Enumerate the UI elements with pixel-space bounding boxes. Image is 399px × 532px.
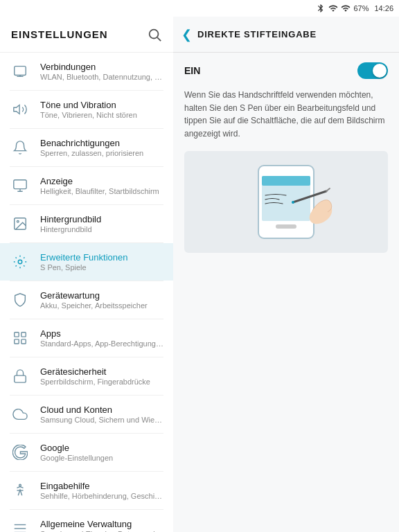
illustration-container	[184, 151, 388, 253]
hintergrundbild-subtitle: Hintergrundbild	[40, 225, 163, 233]
apps-icon	[10, 328, 30, 348]
anzeige-icon	[10, 175, 30, 196]
svg-rect-10	[15, 339, 19, 344]
gerätewartung-title: Gerätewartung	[40, 290, 163, 301]
svg-point-24	[292, 201, 294, 204]
gerätesicherheit-subtitle: Sperrbildschirm, Fingerabdrücke	[40, 378, 163, 386]
hintergrundbild-icon	[10, 213, 30, 234]
sidebar-item-allgemeine-verwaltung[interactable]: Allgemeine Verwaltung Sprache und Eingab…	[0, 510, 173, 532]
sidebar-item-cloud[interactable]: Cloud und Konten Samsung Cloud, Sichern …	[0, 396, 173, 433]
sidebar-title: EINSTELLUNGEN	[11, 28, 108, 40]
cloud-icon	[10, 404, 30, 425]
anzeige-subtitle: Helligkeit, Blaufilter, Startbildschirm	[40, 187, 163, 195]
svg-rect-9	[21, 332, 26, 337]
gerätewartung-icon	[10, 290, 30, 310]
wifi-icon	[328, 3, 338, 13]
bluetooth-icon	[316, 3, 326, 13]
sidebar-item-hintergrundbild[interactable]: Hintergrundbild Hintergrundbild	[0, 205, 173, 242]
svg-rect-11	[21, 339, 26, 344]
eingabehilfe-title: Eingabehilfe	[40, 481, 163, 491]
svg-point-0	[150, 29, 159, 38]
allgemeine-verwaltung-title: Allgemeine Verwaltung	[40, 519, 163, 529]
right-panel: ❮ DIREKTE STIFTEINGABE EIN Wenn Sie das …	[173, 17, 399, 532]
battery-text: 67%	[353, 4, 369, 12]
google-title: Google	[40, 443, 163, 453]
svg-point-6	[17, 220, 19, 222]
sidebar-item-eingabehilfe[interactable]: Eingabehilfe Sehhilfe, Hörbehinderung, G…	[0, 472, 173, 509]
right-panel-header: ❮ DIREKTE STIFTEINGABE	[173, 17, 399, 53]
sidebar-item-anzeige[interactable]: Anzeige Helligkeit, Blaufilter, Startbil…	[0, 167, 173, 204]
svg-line-23	[326, 188, 330, 191]
description-text: Wenn Sie das Handschriftfeld verwenden m…	[184, 89, 388, 140]
toene-title: Töne und Vibration	[40, 100, 163, 110]
sidebar-item-erweiterte-funktionen[interactable]: Erweiterte Funktionen S Pen, Spiele	[0, 243, 173, 281]
back-icon[interactable]: ❮	[181, 27, 192, 42]
svg-rect-20	[276, 224, 296, 229]
toggle-switch[interactable]	[357, 62, 388, 79]
toggle-label: EIN	[184, 65, 200, 76]
svg-rect-19	[262, 176, 310, 186]
sidebar-item-verbindungen[interactable]: Verbindungen WLAN, Bluetooth, Datennutzu…	[0, 53, 173, 90]
search-icon[interactable]	[147, 27, 162, 42]
svg-line-1	[157, 37, 161, 41]
toene-icon	[10, 99, 30, 120]
svg-rect-12	[15, 375, 26, 382]
phone-illustration	[224, 162, 348, 242]
status-bar: 67% 14:26	[0, 0, 399, 17]
hintergrundbild-title: Hintergrundbild	[40, 214, 163, 224]
right-panel-title: DIREKTE STIFTEINGABE	[197, 29, 317, 39]
cloud-title: Cloud und Konten	[40, 405, 163, 415]
allgemeine-verwaltung-icon	[10, 518, 30, 532]
main-layout: EINSTELLUNGEN Verbindungen WLAN, Bluetoo…	[0, 17, 399, 532]
sidebar-item-gerätesicherheit[interactable]: Gerätesicherheit Sperrbildschirm, Finger…	[0, 357, 173, 395]
verbindungen-title: Verbindungen	[40, 62, 163, 72]
sidebar-item-toene[interactable]: Töne und Vibration Töne, Vibrieren, Nich…	[0, 91, 173, 128]
google-icon	[10, 442, 30, 463]
cloud-subtitle: Samsung Cloud, Sichern und Wiederher...	[40, 416, 163, 424]
svg-rect-4	[14, 180, 26, 189]
sidebar-item-apps[interactable]: Apps Standard-Apps, App-Berechtigungen	[0, 319, 173, 357]
svg-rect-8	[15, 332, 19, 337]
signal-icon	[341, 3, 351, 13]
verbindungen-subtitle: WLAN, Bluetooth, Datennutzung, Offline..…	[40, 73, 163, 81]
apps-subtitle: Standard-Apps, App-Berechtigungen	[40, 339, 163, 348]
svg-point-7	[18, 260, 22, 264]
svg-rect-2	[15, 66, 26, 76]
svg-marker-3	[14, 105, 19, 114]
sidebar-list: Verbindungen WLAN, Bluetooth, Datennutzu…	[0, 53, 173, 532]
toene-subtitle: Töne, Vibrieren, Nicht stören	[40, 111, 163, 119]
toggle-row: EIN	[184, 62, 388, 79]
time-text: 14:26	[374, 4, 393, 12]
google-subtitle: Google-Einstellungen	[40, 454, 163, 462]
sidebar-item-google[interactable]: Google Google-Einstellungen	[0, 434, 173, 471]
erweiterte-funktionen-subtitle: S Pen, Spiele	[40, 263, 163, 272]
gerätesicherheit-icon	[10, 366, 30, 387]
erweiterte-funktionen-title: Erweiterte Funktionen	[40, 252, 163, 263]
benachrichtigungen-title: Benachrichtigungen	[40, 138, 163, 148]
status-icons: 67% 14:26	[316, 3, 393, 13]
anzeige-title: Anzeige	[40, 176, 163, 186]
verbindungen-icon	[10, 61, 30, 82]
apps-title: Apps	[40, 328, 163, 339]
svg-point-13	[19, 484, 21, 486]
eingabehilfe-icon	[10, 480, 30, 501]
eingabehilfe-subtitle: Sehhilfe, Hörbehinderung, Geschicklich..…	[40, 492, 163, 500]
gerätewartung-subtitle: Akku, Speicher, Arbeitsspeicher	[40, 301, 163, 310]
sidebar-item-benachrichtigungen[interactable]: Benachrichtigungen Sperren, zulassen, pr…	[0, 129, 173, 166]
benachrichtigungen-subtitle: Sperren, zulassen, priorisieren	[40, 149, 163, 157]
sidebar-item-gerätewartung[interactable]: Gerätewartung Akku, Speicher, Arbeitsspe…	[0, 281, 173, 319]
benachrichtigungen-icon	[10, 137, 30, 158]
sidebar: EINSTELLUNGEN Verbindungen WLAN, Bluetoo…	[0, 17, 173, 532]
sidebar-header: EINSTELLUNGEN	[0, 17, 173, 53]
right-panel-content: EIN Wenn Sie das Handschriftfeld verwend…	[173, 53, 399, 532]
erweiterte-funktionen-icon	[10, 251, 30, 272]
gerätesicherheit-title: Gerätesicherheit	[40, 366, 163, 377]
